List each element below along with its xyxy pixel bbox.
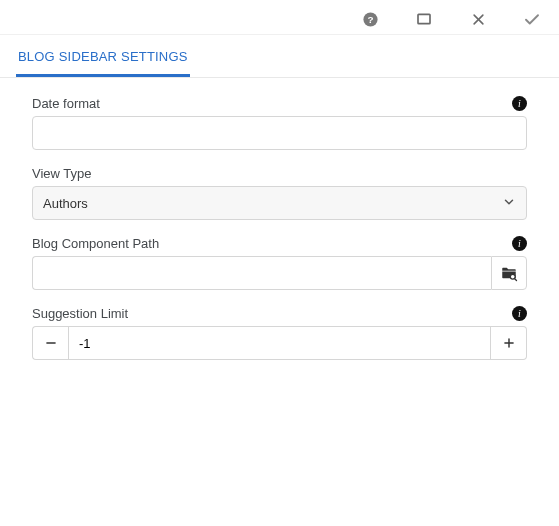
info-icon[interactable]: i — [512, 236, 527, 251]
svg-text:?: ? — [367, 14, 373, 25]
view-type-value: Authors — [43, 196, 88, 211]
label-suggestion-limit: Suggestion Limit — [32, 306, 128, 321]
label-date-format: Date format — [32, 96, 100, 111]
suggestion-limit-input[interactable] — [68, 326, 491, 360]
dialog-toolbar: ? — [0, 0, 559, 35]
label-blog-component-path: Blog Component Path — [32, 236, 159, 251]
done-icon[interactable] — [523, 10, 541, 28]
stepper-decrement-button[interactable] — [32, 326, 68, 360]
chevron-down-icon — [502, 195, 516, 212]
field-view-type: View Type Authors — [32, 166, 527, 220]
date-format-input[interactable] — [32, 116, 527, 150]
svg-line-6 — [514, 278, 516, 280]
suggestion-limit-stepper — [32, 326, 527, 360]
label-view-type: View Type — [32, 166, 92, 181]
close-icon[interactable] — [469, 10, 487, 28]
info-icon[interactable]: i — [512, 306, 527, 321]
field-blog-component-path: Blog Component Path i — [32, 236, 527, 290]
tab-blog-sidebar-settings[interactable]: BLOG SIDEBAR SETTINGS — [16, 35, 190, 77]
tabs: BLOG SIDEBAR SETTINGS — [0, 35, 559, 78]
info-icon[interactable]: i — [512, 96, 527, 111]
path-browse-button[interactable] — [491, 256, 527, 290]
blog-component-path-input[interactable] — [32, 256, 491, 290]
fullscreen-icon[interactable] — [415, 10, 433, 28]
view-type-select[interactable]: Authors — [32, 186, 527, 220]
svg-rect-2 — [418, 14, 430, 23]
form: Date format i View Type Authors Blog Com… — [0, 78, 559, 394]
help-icon[interactable]: ? — [361, 10, 379, 28]
field-suggestion-limit: Suggestion Limit i — [32, 306, 527, 360]
field-date-format: Date format i — [32, 96, 527, 150]
stepper-increment-button[interactable] — [491, 326, 527, 360]
